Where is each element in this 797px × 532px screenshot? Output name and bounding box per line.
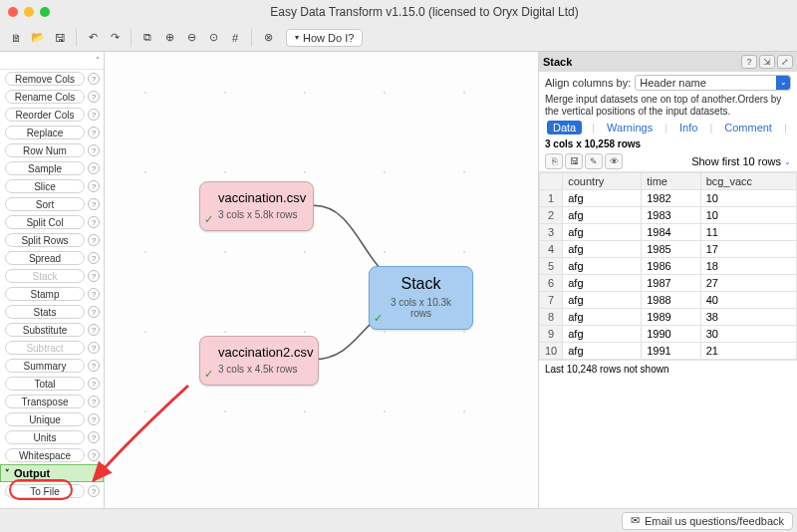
copy-table-icon[interactable]: ⎘ <box>545 153 563 169</box>
edit-icon[interactable]: ✎ <box>585 153 603 169</box>
table-row[interactable]: 8afg198938 <box>540 309 797 326</box>
help-icon[interactable]: ? <box>88 180 100 192</box>
help-icon[interactable]: ? <box>88 109 100 121</box>
expand-icon[interactable]: ⤢ <box>777 55 793 69</box>
sidebar-item-substitute[interactable]: Substitute? <box>0 321 104 339</box>
sidebar-item-stamp[interactable]: Stamp? <box>0 285 104 303</box>
titlebar: Easy Data Transform v1.15.0 (licensed to… <box>0 0 797 24</box>
sidebar-item-reorder-cols[interactable]: Reorder Cols? <box>0 106 104 124</box>
node-vaccination-csv[interactable]: vaccination.csv 3 cols x 5.8k rows ✓ <box>199 181 314 231</box>
help-icon[interactable]: ? <box>88 234 100 246</box>
sidebar-item-label: Substitute <box>5 323 85 337</box>
table-row[interactable]: 2afg198310 <box>540 207 797 224</box>
how-do-i-button[interactable]: ▾ How Do I? <box>286 29 363 47</box>
copy-icon[interactable]: ⧉ <box>137 28 157 48</box>
table-row[interactable]: 6afg198727 <box>540 275 797 292</box>
cancel-icon[interactable]: ⊗ <box>258 28 278 48</box>
sidebar-item-summary[interactable]: Summary? <box>0 357 104 375</box>
zoom-fit-icon[interactable]: ⊙ <box>203 28 223 48</box>
help-icon[interactable]: ? <box>88 252 100 264</box>
table-row[interactable]: 4afg198517 <box>540 241 797 258</box>
export-icon[interactable]: 🖫 <box>565 153 583 169</box>
sidebar-item-split-col[interactable]: Split Col? <box>0 213 104 231</box>
table-row[interactable]: 10afg199121 <box>540 343 797 360</box>
table-row[interactable]: 1afg198210 <box>540 190 797 207</box>
sidebar-item-spread[interactable]: Spread? <box>0 249 104 267</box>
help-icon[interactable]: ? <box>88 198 100 210</box>
sidebar-item-remove-cols[interactable]: Remove Cols? <box>0 70 104 88</box>
canvas[interactable]: vaccination.csv 3 cols x 5.8k rows ✓ vac… <box>105 52 538 508</box>
sidebar-item-stats[interactable]: Stats? <box>0 303 104 321</box>
show-first-rows-select[interactable]: Show first 10 rows ⌄ <box>691 155 791 167</box>
zoom-out-icon[interactable]: ⊖ <box>181 28 201 48</box>
new-file-icon[interactable]: 🗎 <box>6 28 26 48</box>
sidebar-item-rename-cols[interactable]: Rename Cols? <box>0 88 104 106</box>
table-cell: 1990 <box>642 326 700 343</box>
table-column-header[interactable]: bcg_vacc <box>700 173 796 190</box>
sidebar-item-sort[interactable]: Sort? <box>0 195 104 213</box>
sidebar-item-to-file[interactable]: To File? <box>0 482 104 500</box>
tab-data[interactable]: Data <box>547 121 582 134</box>
link-icon[interactable]: ⇲ <box>759 55 775 69</box>
sidebar-item-stack[interactable]: Stack? <box>0 267 104 285</box>
sidebar-item-units[interactable]: Units? <box>0 428 104 446</box>
table-row[interactable]: 9afg199030 <box>540 326 797 343</box>
sidebar-header-output[interactable]: ˅Output <box>0 464 104 482</box>
save-icon[interactable]: 🖫 <box>50 28 70 48</box>
node-vaccination2-csv[interactable]: vaccination2.csv 3 cols x 4.5k rows ✓ <box>199 336 319 386</box>
help-icon[interactable]: ? <box>88 431 100 443</box>
grid-icon[interactable]: # <box>225 28 245 48</box>
undo-icon[interactable]: ↶ <box>83 28 103 48</box>
help-icon[interactable]: ? <box>88 306 100 318</box>
help-icon[interactable]: ? <box>88 360 100 372</box>
sidebar-item-subtract[interactable]: Subtract? <box>0 339 104 357</box>
help-icon[interactable]: ? <box>88 396 100 407</box>
minimize-window-button[interactable] <box>24 7 34 17</box>
sidebar-item-slice[interactable]: Slice? <box>0 177 104 195</box>
help-icon[interactable]: ? <box>88 73 100 85</box>
eye-icon[interactable]: 👁 <box>605 153 623 169</box>
tab-comment[interactable]: Comment <box>722 122 774 133</box>
tab-info[interactable]: Info <box>677 122 699 133</box>
help-icon[interactable]: ? <box>88 216 100 228</box>
help-icon[interactable]: ? <box>88 127 100 138</box>
table-column-header[interactable]: time <box>642 173 700 190</box>
node-subtitle: 3 cols x 5.8k rows <box>218 209 303 220</box>
help-icon[interactable]: ? <box>88 144 100 156</box>
help-icon[interactable]: ? <box>88 324 100 336</box>
sidebar-item-row-num[interactable]: Row Num? <box>0 141 104 159</box>
help-icon[interactable]: ? <box>88 162 100 174</box>
help-icon[interactable]: ? <box>88 449 100 461</box>
help-icon[interactable]: ? <box>88 91 100 103</box>
table-row[interactable]: 5afg198618 <box>540 258 797 275</box>
close-window-button[interactable] <box>8 7 18 17</box>
sidebar-item-whitespace[interactable]: Whitespace? <box>0 446 104 464</box>
sidebar-item-split-rows[interactable]: Split Rows? <box>0 231 104 249</box>
sidebar-item-total[interactable]: Total? <box>0 375 104 393</box>
tab-warnings[interactable]: Warnings <box>605 122 655 133</box>
help-icon[interactable]: ? <box>741 55 757 69</box>
align-columns-select[interactable]: Header name ⌄ <box>635 75 791 91</box>
zoom-in-icon[interactable]: ⊕ <box>159 28 179 48</box>
node-subtitle: 3 cols x 4.5k rows <box>218 364 308 375</box>
sidebar-item-sample[interactable]: Sample? <box>0 159 104 177</box>
collapse-up-icon[interactable]: ˄ <box>96 56 100 65</box>
table-row[interactable]: 7afg198840 <box>540 292 797 309</box>
sidebar-item-unique[interactable]: Unique? <box>0 410 104 428</box>
zoom-window-button[interactable] <box>40 7 50 17</box>
redo-icon[interactable]: ↷ <box>105 28 125 48</box>
help-icon[interactable]: ? <box>88 413 100 425</box>
open-folder-icon[interactable]: 📂 <box>28 28 48 48</box>
email-feedback-button[interactable]: ✉ Email us questions/feedback <box>622 512 793 530</box>
node-stack[interactable]: Stack 3 cols x 10.3k rows ✓ <box>369 266 473 330</box>
help-icon[interactable]: ? <box>88 270 100 282</box>
sidebar-item-transpose[interactable]: Transpose? <box>0 393 104 410</box>
sidebar-item-replace[interactable]: Replace? <box>0 124 104 141</box>
table-row[interactable]: 3afg198411 <box>540 224 797 241</box>
help-icon[interactable]: ? <box>88 378 100 390</box>
table-column-header[interactable]: country <box>563 173 642 190</box>
help-icon[interactable]: ? <box>88 342 100 354</box>
help-icon[interactable]: ? <box>88 485 100 497</box>
sidebar-item-label: Units <box>5 430 85 444</box>
help-icon[interactable]: ? <box>88 288 100 300</box>
